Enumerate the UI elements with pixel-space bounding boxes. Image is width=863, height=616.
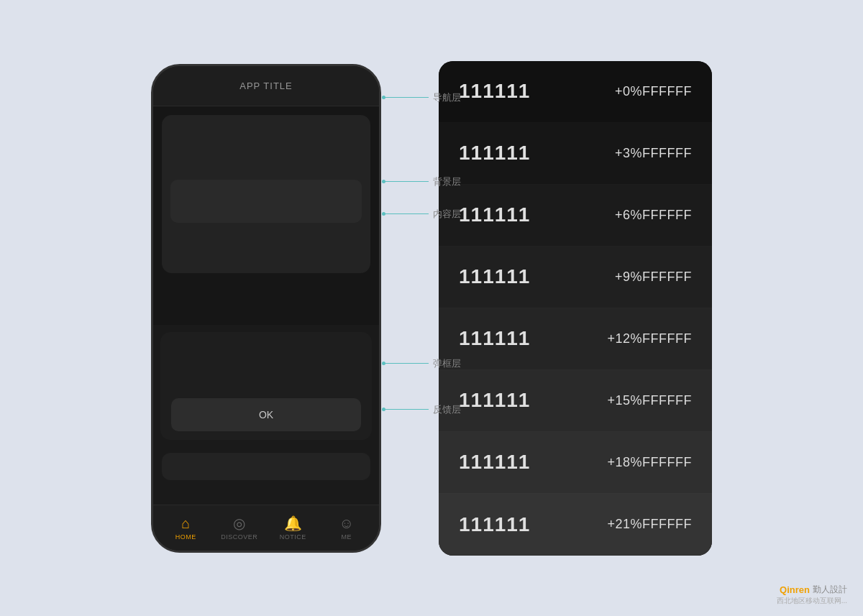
phone-tabbar: ⌂ HOME ◎ DISCOVER 🔔 NOTICE ☺ ME bbox=[153, 505, 379, 551]
annotation-modal: 弹框层 bbox=[382, 357, 461, 370]
color-percent: +18%FFFFFF bbox=[607, 455, 692, 470]
annotation-label-bg: 背景层 bbox=[433, 175, 461, 188]
annotation-line-feedback bbox=[385, 409, 429, 410]
color-percent: +12%FFFFFF bbox=[607, 331, 692, 346]
home-icon: ⌂ bbox=[181, 515, 190, 532]
ok-button[interactable]: OK bbox=[171, 398, 362, 431]
annotation-content: 内容层 bbox=[382, 208, 461, 221]
tab-discover[interactable]: ◎ DISCOVER bbox=[213, 515, 267, 541]
annotation-label-modal: 弹框层 bbox=[433, 357, 461, 370]
tab-home[interactable]: ⌂ HOME bbox=[159, 515, 213, 541]
modal-backdrop: OK bbox=[160, 332, 372, 440]
annotation-bg: 背景层 bbox=[382, 175, 461, 188]
phone-content bbox=[153, 106, 379, 325]
app-title: APP TITLE bbox=[239, 81, 293, 91]
bottom-content-block bbox=[162, 453, 370, 480]
watermark-sub: 西北地区移动互联网... bbox=[777, 596, 847, 606]
color-percent: +6%FFFFFF bbox=[615, 208, 692, 223]
tab-discover-label: DISCOVER bbox=[221, 533, 257, 541]
color-percent: +9%FFFFFF bbox=[615, 270, 692, 285]
annotation-line-bg bbox=[385, 181, 429, 182]
main-container: APP TITLE OK bbox=[36, 61, 827, 556]
watermark: Qinren 勤人設計 西北地区移动互联网... bbox=[777, 584, 847, 606]
annotation-label-nav: 导航层 bbox=[433, 91, 461, 104]
tab-me[interactable]: ☺ ME bbox=[320, 515, 374, 541]
phone-navbar: APP TITLE bbox=[153, 66, 379, 106]
annotation-line-modal bbox=[385, 363, 429, 364]
tab-notice-label: NOTICE bbox=[280, 533, 306, 541]
notice-icon: 🔔 bbox=[284, 515, 302, 532]
annotation-line-nav bbox=[385, 97, 429, 98]
annotation-label-feedback: 反馈层 bbox=[433, 403, 461, 416]
annotations: 导航层 背景层 内容层 弹框层 bbox=[385, 64, 529, 553]
phone-modal-area: OK bbox=[153, 325, 379, 447]
phone-bottom-area bbox=[153, 447, 379, 505]
watermark-name: 勤人設計 bbox=[813, 584, 847, 596]
annotation-feedback: 反馈层 bbox=[382, 403, 461, 416]
content-card-top bbox=[162, 115, 370, 273]
color-percent: +0%FFFFFF bbox=[615, 84, 692, 99]
me-icon: ☺ bbox=[339, 515, 354, 532]
annotation-label-content: 内容层 bbox=[433, 208, 461, 221]
color-percent: +3%FFFFFF bbox=[615, 146, 692, 161]
tab-home-label: HOME bbox=[175, 533, 196, 541]
phone: APP TITLE OK bbox=[151, 64, 381, 553]
annotation-line-content bbox=[385, 213, 429, 214]
watermark-logo: Qinren bbox=[780, 584, 810, 595]
annotation-nav: 导航层 bbox=[382, 91, 461, 104]
tab-notice[interactable]: 🔔 NOTICE bbox=[266, 515, 320, 541]
tab-me-label: ME bbox=[342, 533, 352, 541]
discover-icon: ◎ bbox=[233, 515, 245, 532]
color-percent: +21%FFFFFF bbox=[607, 517, 692, 532]
content-inner-card bbox=[170, 180, 362, 223]
left-section: APP TITLE OK bbox=[151, 64, 381, 553]
color-percent: +15%FFFFFF bbox=[607, 393, 692, 408]
phone-mockup: APP TITLE OK bbox=[151, 64, 381, 553]
